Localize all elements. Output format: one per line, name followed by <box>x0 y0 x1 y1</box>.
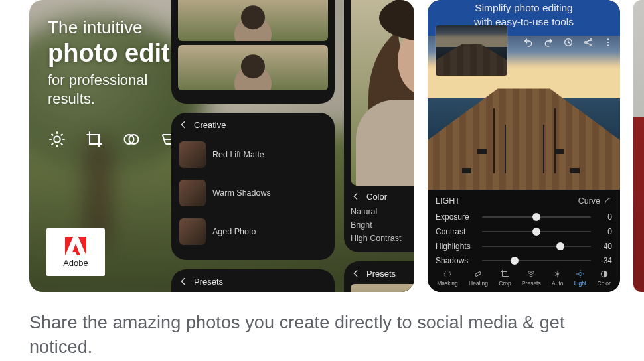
mock-portrait: Color Natural Bright High Contrast <box>344 0 414 252</box>
chevron-left-icon <box>351 191 361 202</box>
slider-track[interactable] <box>482 246 591 247</box>
mock-hero-photo <box>351 0 414 186</box>
mock-section: Creative <box>194 120 226 130</box>
mock-creative: Creative Red Lift Matte Warm Shadows Age… <box>171 113 335 260</box>
slider-label: Highlights <box>436 242 477 251</box>
adobe-badge: Adobe <box>46 228 105 276</box>
reset-icon[interactable] <box>563 37 574 48</box>
slider-value: -34 <box>596 256 612 265</box>
share-icon[interactable] <box>583 37 594 48</box>
svg-point-10 <box>607 38 609 40</box>
slider-value: 40 <box>596 242 612 251</box>
svg-point-11 <box>607 42 609 43</box>
masking-icon <box>443 269 452 279</box>
more-icon[interactable] <box>603 37 613 48</box>
curve-button[interactable]: Curve <box>578 196 612 206</box>
screenshot-card-hero[interactable]: The intuitive photo editor for professio… <box>29 0 414 292</box>
chevron-left-icon <box>178 119 189 130</box>
slider-label: Shadows <box>436 256 477 265</box>
slider-value: 0 <box>596 212 612 222</box>
svg-point-8 <box>590 39 592 41</box>
preset-row: Warm Shadows <box>178 174 328 212</box>
chevron-left-icon <box>178 276 189 287</box>
screenshot-card-next[interactable] <box>633 0 644 292</box>
slider-label: Contrast <box>436 227 477 236</box>
mock-column-right: Color Natural Bright High Contrast Prese… <box>344 0 414 292</box>
preset-row: Aged Photo <box>178 212 328 251</box>
svg-point-9 <box>590 44 592 46</box>
adobe-logo-icon <box>65 237 86 255</box>
tool-crop[interactable]: Crop <box>499 269 511 287</box>
tool-light[interactable]: Light <box>574 269 586 287</box>
crop-icon <box>85 130 104 149</box>
auto-icon <box>553 269 562 279</box>
lens-icon <box>122 130 141 149</box>
svg-point-17 <box>530 275 533 277</box>
slider-exposure[interactable]: Exposure0 <box>436 210 612 224</box>
slider-knob[interactable] <box>532 213 540 221</box>
screenshot-carousel[interactable]: The intuitive photo editor for professio… <box>29 0 644 292</box>
light-panel: LIGHT Curve Exposure0Contrast0Highlights… <box>428 190 620 292</box>
undo-icon[interactable] <box>523 37 534 48</box>
slider-shadows[interactable]: Shadows-34 <box>436 253 612 268</box>
mock-presets-right: Presets <box>344 261 414 292</box>
crop-icon <box>500 269 509 279</box>
redo-icon[interactable] <box>543 37 554 48</box>
svg-point-16 <box>532 271 534 274</box>
tool-healing[interactable]: Healing <box>469 269 488 287</box>
adobe-label: Adobe <box>63 258 88 268</box>
chevron-left-icon <box>351 268 361 279</box>
slider-knob[interactable] <box>532 228 540 236</box>
slider-track[interactable] <box>482 216 591 218</box>
slider-knob[interactable] <box>556 242 564 250</box>
slider-value: 0 <box>596 227 612 236</box>
slider-track[interactable] <box>482 260 591 261</box>
mock-column-left: Presets Creative Red Lift Matte Warm Sha… <box>171 0 335 292</box>
svg-point-0 <box>54 136 60 142</box>
slider-knob[interactable] <box>511 257 519 265</box>
mock-presets-bottom: Presets <box>171 269 335 292</box>
healing-icon <box>473 269 483 279</box>
brightness-icon <box>48 130 66 149</box>
editor-top-toolbar <box>523 37 613 48</box>
tool-presets[interactable]: Presets <box>522 269 541 287</box>
before-thumbnail <box>436 25 507 76</box>
svg-point-13 <box>444 271 450 277</box>
svg-point-7 <box>585 42 587 44</box>
mock-presets-top: Presets <box>171 0 335 104</box>
editor-bottom-toolbar: MaskingHealingCropPresetsAutoLightColor <box>428 267 620 289</box>
slider-label: Exposure <box>436 212 477 222</box>
svg-rect-14 <box>475 271 482 277</box>
presets-icon <box>526 269 536 279</box>
panel-title: LIGHT <box>436 196 460 206</box>
slider-track[interactable] <box>482 231 591 232</box>
tool-color[interactable]: Color <box>598 269 611 287</box>
color-icon <box>600 269 609 279</box>
svg-point-12 <box>607 45 609 46</box>
screenshot-card-editor[interactable]: Simplify photo editing with easy-to-use … <box>428 0 620 292</box>
slider-contrast[interactable]: Contrast0 <box>436 224 612 239</box>
curve-icon <box>604 197 612 205</box>
tool-auto[interactable]: Auto <box>552 269 564 287</box>
slider-highlights[interactable]: Highlights40 <box>436 239 612 253</box>
tool-masking[interactable]: Masking <box>437 269 458 287</box>
app-listing-viewport: The intuitive photo editor for professio… <box>0 0 644 361</box>
svg-point-18 <box>579 273 582 276</box>
app-description: Share the amazing photos you create dire… <box>29 311 615 360</box>
light-icon <box>576 269 585 279</box>
preset-row: Red Lift Matte <box>178 135 328 174</box>
svg-point-15 <box>528 271 531 274</box>
